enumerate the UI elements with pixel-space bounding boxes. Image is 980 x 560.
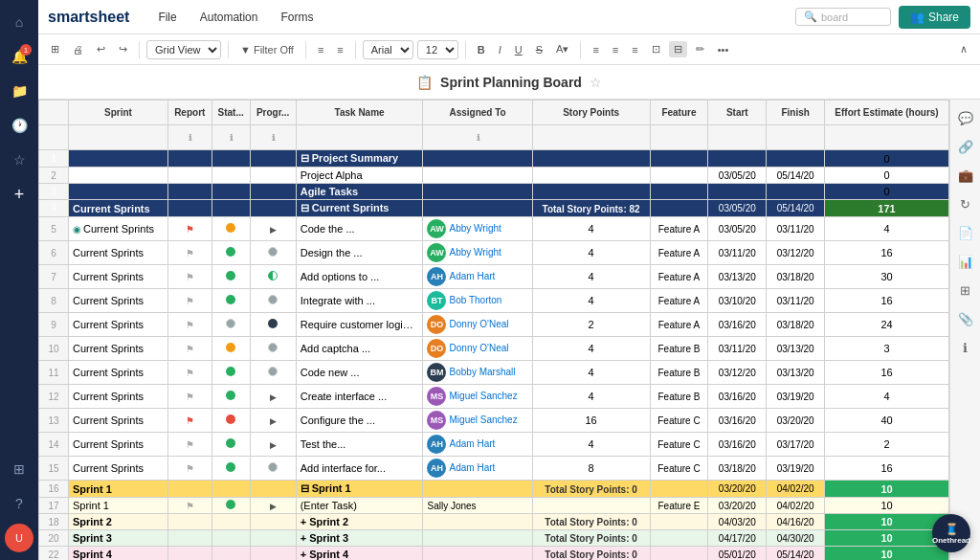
sprint-cell[interactable]: Current Sprints [68, 313, 167, 337]
table-row[interactable]: 20 Sprint 3 + Sprint 3 Total Story Point… [39, 530, 949, 547]
report-cell[interactable] [167, 184, 212, 200]
table-row[interactable]: 5 ◉Current Sprints ⚑ ▶ Code the ... AW A… [39, 217, 949, 241]
underline-button[interactable]: U [510, 42, 527, 57]
report-cell[interactable]: ⚑ [167, 313, 212, 337]
rp-refresh-icon[interactable]: ↻ [953, 191, 978, 216]
taskname-cell[interactable]: + Sprint 3 [296, 530, 423, 547]
font-select[interactable]: Arial [363, 40, 413, 59]
table-row[interactable]: 18 Sprint 2 + Sprint 2 Total Story Point… [39, 514, 949, 530]
report-cell[interactable] [167, 150, 212, 168]
sprint-cell[interactable] [68, 168, 167, 184]
taskname-cell[interactable]: Test the... [296, 433, 423, 457]
status-cell[interactable] [212, 481, 250, 498]
report-cell[interactable]: ⚑ [167, 265, 212, 289]
sprint-cell[interactable]: Current Sprints [68, 433, 167, 457]
rp-info-icon[interactable]: ℹ [953, 335, 978, 360]
more-button[interactable]: ••• [713, 42, 734, 57]
table-row[interactable]: 22 Sprint 4 + Sprint 4 Total Story Point… [39, 547, 949, 561]
progress-cell[interactable] [250, 547, 296, 561]
table-row[interactable]: 13 Current Sprints ⚑ ▶ Configure the ...… [39, 409, 949, 433]
filter-button[interactable]: ▼ Filter Off [235, 42, 299, 57]
rp-document-icon[interactable]: 📄 [953, 220, 978, 245]
assigned-cell[interactable] [423, 530, 532, 547]
edit-button[interactable]: ✏ [691, 41, 709, 57]
sprint-cell[interactable]: Current Sprints [68, 289, 167, 313]
sprint-cell[interactable]: Current Sprints [68, 265, 167, 289]
favorite-icon[interactable]: ☆ [590, 75, 602, 90]
status-cell[interactable] [212, 337, 250, 361]
cell-align-left[interactable]: ≡ [588, 42, 603, 57]
progress-cell[interactable] [250, 265, 296, 289]
progress-cell[interactable] [250, 184, 296, 200]
rp-chart-icon[interactable]: 📊 [953, 249, 978, 274]
sprint-cell[interactable] [68, 150, 167, 168]
taskname-cell[interactable]: Add options to ... [296, 265, 423, 289]
table-row[interactable]: 16 Sprint 1 ⊟ Sprint 1 Total Story Point… [39, 481, 949, 498]
report-cell[interactable] [167, 530, 212, 547]
collapse-button[interactable]: ∧ [955, 41, 972, 57]
assigned-cell[interactable]: AH Adam Hart [423, 265, 532, 289]
share-button[interactable]: 👥 Share [899, 6, 970, 29]
progress-cell[interactable] [250, 481, 296, 498]
assigned-cell[interactable]: AW Abby Wright [423, 217, 532, 241]
sprint-cell[interactable]: Current Sprints [68, 241, 167, 265]
table-row[interactable]: 9 Current Sprints ⚑ Require customer log… [39, 313, 949, 337]
taskname-cell[interactable]: Configure the ... [296, 409, 423, 433]
italic-button[interactable]: I [494, 42, 506, 57]
nav-star-icon[interactable]: ☆ [5, 146, 33, 174]
status-cell[interactable] [212, 168, 250, 184]
status-cell[interactable] [212, 409, 250, 433]
rp-briefcase-icon[interactable]: 💼 [953, 163, 978, 188]
nav-home-icon[interactable]: ⌂ [5, 8, 33, 36]
taskname-cell[interactable]: Design the ... [296, 241, 423, 265]
assigned-cell[interactable]: BT Bob Thorton [423, 289, 532, 313]
table-row[interactable]: 2 Project Alpha 03/05/20 05/14/20 0 [39, 168, 949, 184]
table-row[interactable]: 11 Current Sprints ⚑ Code new ... BM Bob… [39, 361, 949, 385]
status-cell[interactable] [212, 289, 250, 313]
report-cell[interactable]: ⚑ [167, 289, 212, 313]
sprint-cell[interactable]: Current Sprints [68, 409, 167, 433]
bold-button[interactable]: B [473, 42, 490, 57]
table-row[interactable]: 7 Current Sprints ⚑ Add options to ... A… [39, 265, 949, 289]
report-cell[interactable] [167, 514, 212, 530]
report-cell[interactable]: ⚑ [167, 409, 212, 433]
cell-align-center[interactable]: ≡ [608, 42, 623, 57]
progress-cell[interactable]: ▶ [250, 217, 296, 241]
assigned-cell[interactable]: DO Donny O'Neal [423, 313, 532, 337]
taskname-cell[interactable]: + Sprint 2 [296, 514, 423, 530]
assigned-cell[interactable] [423, 200, 532, 217]
menu-file[interactable]: File [154, 9, 180, 26]
table-row[interactable]: 1 ⊟ Project Summary 0 [39, 150, 949, 168]
status-cell[interactable] [212, 200, 250, 217]
progress-cell[interactable] [250, 200, 296, 217]
sprint-cell[interactable]: Current Sprints [68, 200, 167, 217]
search-box[interactable]: 🔍 board [795, 8, 891, 26]
progress-cell[interactable]: ▶ [250, 385, 296, 409]
grid-container[interactable]: Sprint Report Stat... Progr... [38, 100, 949, 560]
report-cell[interactable]: ⚑ [167, 217, 212, 241]
sprint-cell[interactable]: Current Sprints [68, 361, 167, 385]
progress-cell[interactable] [250, 514, 296, 530]
sprint-cell[interactable]: Sprint 2 [68, 514, 167, 530]
cell-wrap[interactable]: ⊡ [647, 41, 665, 57]
assigned-cell[interactable]: MS Miguel Sanchez [423, 409, 532, 433]
nav-plus-icon[interactable]: + [5, 180, 33, 209]
assigned-cell[interactable] [423, 150, 532, 168]
status-cell[interactable] [212, 265, 250, 289]
progress-cell[interactable]: ▶ [250, 433, 296, 457]
font-size-select[interactable]: 12 [417, 40, 458, 59]
assigned-cell[interactable] [423, 547, 532, 561]
report-cell[interactable]: ⚑ [167, 241, 212, 265]
assigned-cell[interactable] [423, 481, 532, 498]
assigned-cell[interactable] [423, 514, 532, 530]
onethread-badge[interactable]: 🧵 Onethread [932, 514, 970, 552]
taskname-cell[interactable]: Add interface for... [296, 457, 423, 481]
taskname-cell[interactable]: Project Alpha [296, 168, 423, 184]
report-cell[interactable]: ⚑ [167, 433, 212, 457]
table-row[interactable]: 14 Current Sprints ⚑ ▶ Test the... AH Ad… [39, 433, 949, 457]
taskname-cell[interactable]: ⊟ Current Sprints [296, 200, 423, 217]
taskname-cell[interactable]: ⊟ Sprint 1 [296, 481, 423, 498]
progress-cell[interactable] [250, 289, 296, 313]
nav-grid-icon[interactable]: ⊞ [5, 455, 33, 483]
toolbar-grid-icon[interactable]: ⊞ [46, 41, 64, 57]
